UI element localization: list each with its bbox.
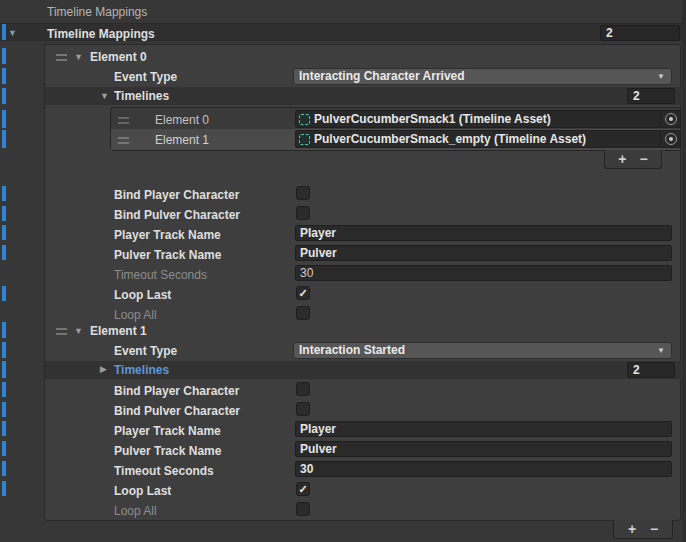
bind-pulver-label: Bind Pulver Character (114, 208, 240, 222)
timelines-label[interactable]: Timelines (114, 89, 169, 103)
event-type-label: Event Type (114, 70, 177, 84)
dropdown-caret-icon: ▼ (657, 73, 665, 81)
pulver-track-input[interactable] (295, 245, 672, 261)
bind-pulver-label: Bind Pulver Character (114, 404, 240, 418)
timeline-mappings-title[interactable]: Timeline Mappings (47, 27, 155, 41)
loop-all-checkbox[interactable] (296, 502, 310, 516)
bind-player-checkbox[interactable] (296, 382, 310, 396)
timeline-asset-field[interactable]: PulverCucumberSmack1 (Timeline Asset) (295, 110, 681, 128)
array-footer: + − (613, 520, 673, 539)
loop-last-checkbox[interactable]: ✓ (296, 482, 310, 496)
event-type-dropdown[interactable]: Interacting Character Arrived ▼ (293, 68, 672, 85)
event-type-dropdown[interactable]: Interaction Started ▼ (293, 342, 672, 359)
override-bar (2, 48, 6, 64)
override-bar (2, 286, 6, 301)
override-bar (2, 322, 6, 338)
timeline-item-label: Element 1 (155, 133, 209, 147)
bind-pulver-checkbox[interactable] (296, 206, 310, 220)
override-bar (2, 24, 6, 40)
timeline-item-label: Element 0 (155, 113, 209, 127)
element-1-title[interactable]: Element 1 (90, 324, 147, 338)
bind-pulver-checkbox[interactable] (296, 402, 310, 416)
remove-element-button[interactable]: − (650, 522, 658, 536)
timeline-asset-value: PulverCucumberSmack1 (Timeline Asset) (314, 112, 551, 126)
event-type-value: Interaction Started (299, 343, 405, 357)
add-element-button[interactable]: + (628, 522, 636, 536)
timeout-seconds-label: Timeout Seconds (114, 268, 207, 282)
timelines-size-field[interactable] (627, 362, 675, 378)
override-bar (2, 68, 6, 84)
timeout-seconds-label: Timeout Seconds (114, 464, 214, 478)
loop-all-checkbox[interactable] (296, 306, 310, 320)
event-type-value: Interacting Character Arrived (299, 69, 465, 83)
foldout-open-icon[interactable]: ▼ (74, 52, 83, 62)
override-bar (2, 461, 6, 476)
timelines-size-field[interactable] (627, 88, 675, 104)
override-bar (2, 110, 6, 128)
pulver-track-label: Pulver Track Name (114, 444, 221, 458)
timeline-asset-icon (299, 114, 310, 125)
bind-player-label: Bind Player Character (114, 188, 239, 202)
event-type-label: Event Type (114, 344, 177, 358)
drag-handle-icon[interactable] (118, 117, 129, 124)
remove-element-button[interactable]: − (640, 152, 648, 166)
divider (660, 112, 661, 126)
override-bar (2, 342, 6, 358)
timelines-list-footer: + − (604, 150, 662, 169)
timeline-asset-value: PulverCucumberSmack_empty (Timeline Asse… (314, 132, 586, 146)
loop-all-label: Loop All (114, 308, 157, 322)
bind-player-label: Bind Player Character (114, 384, 239, 398)
element-0-title[interactable]: Element 0 (90, 50, 147, 64)
foldout-open-icon[interactable]: ▼ (74, 326, 83, 336)
player-track-input[interactable] (295, 225, 672, 241)
override-bar (2, 206, 6, 221)
timeout-seconds-input[interactable] (295, 265, 672, 281)
override-bar (2, 88, 6, 104)
foldout-closed-icon[interactable]: ▶ (100, 364, 107, 374)
override-bar (2, 245, 6, 260)
dropdown-caret-icon: ▼ (657, 347, 665, 355)
timeline-asset-field[interactable]: PulverCucumberSmack_empty (Timeline Asse… (295, 130, 681, 148)
override-bar (2, 481, 6, 496)
timeout-seconds-input[interactable] (295, 461, 672, 477)
override-bar (2, 225, 6, 240)
pulver-track-label: Pulver Track Name (114, 248, 221, 262)
timelines-label[interactable]: Timelines (114, 363, 169, 377)
override-bar (2, 382, 6, 397)
override-bar (2, 130, 6, 148)
override-bar (2, 421, 6, 436)
player-track-label: Player Track Name (114, 424, 221, 438)
add-element-button[interactable]: + (618, 152, 626, 166)
override-bar (2, 186, 6, 201)
foldout-open-icon[interactable]: ▼ (100, 91, 109, 101)
player-track-label: Player Track Name (114, 228, 221, 242)
drag-handle-icon[interactable] (118, 137, 129, 144)
bind-player-checkbox[interactable] (296, 186, 310, 200)
inspector-panel: Timeline Mappings ▼ Timeline Mappings ▼ … (0, 0, 686, 542)
override-bar (2, 361, 6, 378)
array-size-field[interactable] (600, 25, 680, 41)
timeline-asset-icon (299, 134, 310, 145)
override-bar (2, 441, 6, 456)
loop-all-label: Loop All (114, 504, 157, 518)
object-picker-icon[interactable] (665, 113, 677, 125)
loop-last-label: Loop Last (114, 288, 171, 302)
loop-last-label: Loop Last (114, 484, 171, 498)
divider (660, 132, 661, 146)
override-bar (2, 402, 6, 417)
drag-handle-icon[interactable] (56, 328, 67, 335)
foldout-open-icon[interactable]: ▼ (8, 28, 17, 38)
player-track-input[interactable] (295, 421, 672, 437)
loop-last-checkbox[interactable]: ✓ (296, 286, 310, 300)
pulver-track-input[interactable] (295, 441, 672, 457)
drag-handle-icon[interactable] (56, 54, 67, 61)
script-field-label: Timeline Mappings (47, 5, 147, 19)
object-picker-icon[interactable] (665, 133, 677, 145)
